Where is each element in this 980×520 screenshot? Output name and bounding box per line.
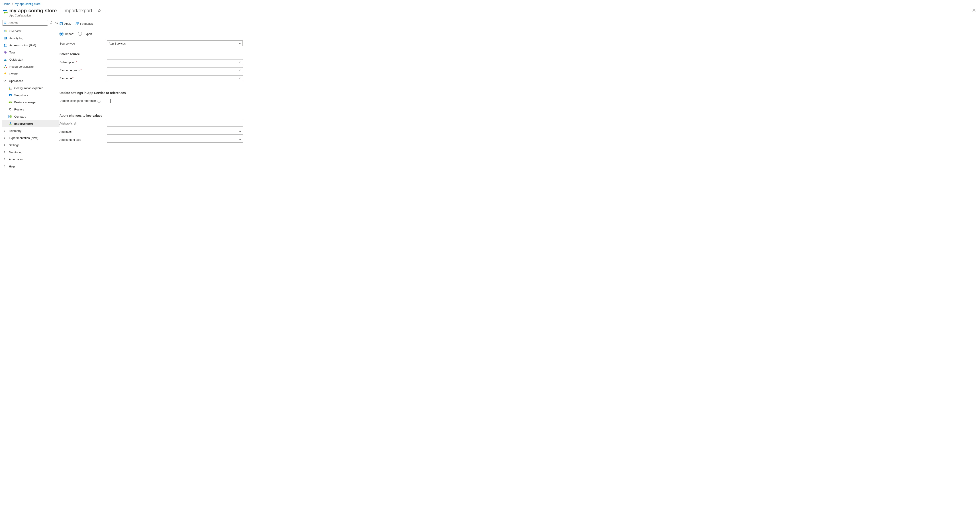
- sidebar-item-resource-visualizer[interactable]: Resource visualizer: [2, 63, 59, 70]
- resource-group-select[interactable]: [107, 67, 243, 73]
- svg-point-10: [4, 44, 5, 45]
- sidebar-item-events[interactable]: Events: [2, 70, 59, 77]
- breadcrumb-home[interactable]: Home: [3, 2, 11, 6]
- svg-point-14: [5, 65, 6, 66]
- update-settings-heading: Update settings in App Service to refere…: [59, 91, 309, 95]
- expand-all-button[interactable]: [50, 21, 53, 25]
- sidebar-item-label: Import/export: [14, 122, 58, 126]
- add-prefix-label: Add prefix i: [59, 122, 104, 126]
- chevron-right-icon: [3, 158, 7, 161]
- chevron-down-icon: [3, 80, 7, 82]
- svg-point-23: [9, 89, 10, 90]
- breadcrumb-sep: >: [12, 2, 14, 6]
- add-label-select[interactable]: [107, 129, 243, 135]
- close-button[interactable]: [970, 8, 977, 13]
- sidebar-item-label: Help: [9, 165, 58, 168]
- info-icon[interactable]: i: [97, 100, 100, 103]
- breadcrumb-resource[interactable]: my-app-config-store: [15, 2, 41, 6]
- visualizer-icon: [3, 65, 7, 68]
- sidebar-item-label: Quick start: [10, 58, 58, 61]
- svg-point-27: [10, 95, 11, 96]
- sidebar-item-label: Operations: [9, 79, 58, 83]
- search-icon: [4, 21, 7, 24]
- feedback-button[interactable]: Feedback: [75, 22, 93, 25]
- sidebar-item-label: Overview: [10, 29, 58, 33]
- sidebar-group-experimentation[interactable]: Experimentation (New): [2, 134, 59, 142]
- svg-point-11: [6, 45, 6, 45]
- sidebar-group-settings[interactable]: Settings: [2, 142, 59, 148]
- source-type-select[interactable]: App Services: [107, 41, 243, 46]
- sidebar-item-import-export[interactable]: Import/export: [2, 120, 59, 127]
- apply-changes-heading: Apply changes to key-values: [59, 114, 309, 118]
- import-radio-label: Import: [65, 32, 73, 36]
- sidebar-item-snapshots[interactable]: Snapshots: [2, 92, 59, 99]
- source-type-label: Source type: [59, 42, 104, 45]
- sidebar-item-label: Tags: [10, 51, 58, 54]
- add-content-type-select[interactable]: [107, 137, 243, 143]
- chevron-down-icon: [239, 61, 241, 63]
- feature-manager-icon: [8, 100, 12, 104]
- sidebar-item-access-control[interactable]: Access control (IAM): [2, 41, 59, 49]
- sidebar-item-label: Experimentation (New): [9, 136, 58, 140]
- sidebar-item-label: Feature manager: [14, 101, 58, 104]
- iam-icon: [3, 43, 7, 47]
- tags-icon: [3, 51, 7, 54]
- sidebar-item-label: Configuration explorer: [14, 86, 58, 90]
- sidebar-item-overview[interactable]: Overview: [2, 27, 59, 35]
- chevron-right-icon: [3, 137, 7, 139]
- subscription-label: Subscription*: [59, 60, 104, 64]
- more-icon[interactable]: ···: [104, 9, 107, 13]
- favorite-icon[interactable]: [97, 9, 101, 13]
- subscription-select[interactable]: [107, 59, 243, 65]
- sidebar-item-label: Restore: [14, 108, 58, 111]
- add-prefix-input[interactable]: [107, 121, 243, 127]
- import-export-mode: Import Export: [59, 31, 309, 40]
- add-content-type-label: Add content type: [59, 138, 104, 142]
- sidebar-item-configuration-explorer[interactable]: Configuration explorer: [2, 84, 59, 92]
- save-icon: [59, 22, 63, 25]
- svg-rect-26: [10, 94, 11, 94]
- export-radio[interactable]: Export: [78, 32, 92, 36]
- sidebar-item-label: Settings: [9, 143, 58, 147]
- resource-select[interactable]: [107, 75, 243, 81]
- sidebar-group-monitoring[interactable]: Monitoring: [2, 148, 59, 156]
- sidebar-item-activity-log[interactable]: Activity log: [2, 35, 59, 41]
- events-icon: [3, 72, 7, 75]
- radio-icon: [78, 32, 82, 36]
- sidebar-item-label: Snapshots: [14, 94, 58, 97]
- sidebar-item-quick-start[interactable]: Quick start: [2, 56, 59, 63]
- sidebar-group-help[interactable]: Help: [2, 163, 59, 170]
- sidebar-group-automation[interactable]: Automation: [2, 156, 59, 163]
- import-export-icon: [8, 122, 12, 126]
- chevron-right-icon: [3, 130, 7, 132]
- update-settings-checkbox[interactable]: [107, 99, 111, 103]
- sidebar-group-telemetry[interactable]: Telemetry: [2, 127, 59, 134]
- import-radio[interactable]: Import: [59, 32, 73, 36]
- svg-point-3: [6, 30, 6, 31]
- sidebar-item-label: Activity log: [10, 37, 58, 40]
- sidebar-item-restore[interactable]: Restore: [2, 106, 59, 113]
- info-icon[interactable]: i: [74, 122, 77, 126]
- sidebar-item-label: Monitoring: [9, 151, 58, 154]
- svg-line-17: [5, 66, 5, 67]
- export-radio-label: Export: [84, 32, 92, 36]
- sidebar-group-operations[interactable]: Operations: [2, 77, 59, 84]
- sidebar-item-feature-manager[interactable]: Feature manager: [2, 99, 59, 106]
- select-source-heading: Select source: [59, 52, 309, 56]
- overview-icon: [3, 29, 7, 33]
- snapshots-icon: [8, 93, 12, 97]
- update-settings-label: Update settings to reference i: [59, 99, 104, 103]
- page-title-name: my-app-config-store: [10, 8, 57, 14]
- add-label-label: Add label: [59, 130, 104, 134]
- apply-button[interactable]: Apply: [59, 22, 72, 25]
- source-type-value: App Services: [109, 42, 126, 45]
- sidebar-item-label: Compare: [14, 115, 58, 118]
- sidebar-item-compare[interactable]: Compare: [2, 113, 59, 120]
- sidebar-search[interactable]: [2, 20, 48, 25]
- search-input[interactable]: [8, 21, 46, 25]
- sidebar-item-tags[interactable]: Tags: [2, 49, 59, 56]
- toolbar-feedback-label: Feedback: [80, 22, 93, 25]
- collapse-sidebar-button[interactable]: [54, 21, 59, 24]
- sidebar-item-label: Automation: [9, 157, 58, 161]
- page-title-section: Import/export: [63, 8, 92, 14]
